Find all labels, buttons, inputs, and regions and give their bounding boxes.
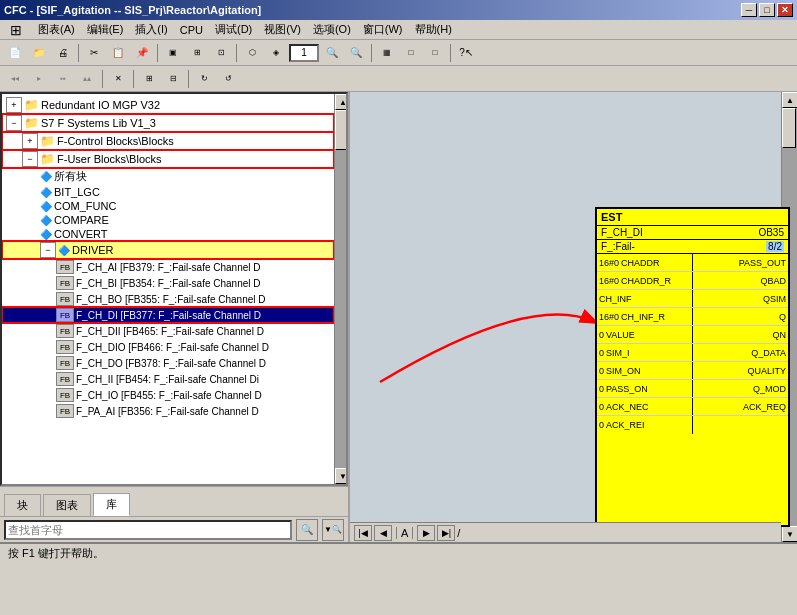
expand-icon-fcontrol[interactable]: + <box>22 133 38 149</box>
new-btn[interactable]: 📄 <box>4 42 26 64</box>
tab-blocks[interactable]: 块 <box>4 494 41 516</box>
nav-right-end[interactable]: ▶| <box>437 525 455 541</box>
tab-chart[interactable]: 图表 <box>43 494 91 516</box>
nav-left-end[interactable]: |◀ <box>354 525 372 541</box>
zoom-input[interactable]: 1 <box>289 44 319 62</box>
scroll-thumb[interactable] <box>335 110 348 150</box>
btn7[interactable]: ⊡ <box>210 42 232 64</box>
search-btn2[interactable]: ▼🔍 <box>322 519 344 541</box>
tree-item-fuser[interactable]: − 📁 F-User Blocks\Blocks <box>2 150 334 168</box>
menu-item-cpu[interactable]: CPU <box>174 22 209 38</box>
search-button[interactable]: 🔍 <box>296 519 318 541</box>
copy-btn[interactable]: 📋 <box>107 42 129 64</box>
tree-item-allblocks[interactable]: 🔷 所有块 <box>2 168 334 185</box>
t2-btn8[interactable]: ↻ <box>193 68 215 90</box>
tree-item-fchdii[interactable]: FB F_CH_DII [FB465: F_:Fail-safe Channel… <box>2 323 334 339</box>
scroll-down-btn[interactable]: ▼ <box>335 468 348 484</box>
tree-label-fpai: F_PA_AI [FB356: F_:Fail-safe Channel D <box>76 406 259 417</box>
pin-label-quality: QUALITY <box>747 366 786 376</box>
tree-item-fpai[interactable]: FB F_PA_AI [FB356: F_:Fail-safe Channel … <box>2 403 334 419</box>
tree-item-fchdio[interactable]: FB F_CH_DIO [FB466: F_:Fail-safe Channel… <box>2 339 334 355</box>
item-icon-driver: 🔷 <box>58 245 70 256</box>
btn10[interactable]: ▦ <box>376 42 398 64</box>
tree-item-driver[interactable]: − 🔷 DRIVER <box>2 241 334 259</box>
nav-left[interactable]: ◀ <box>374 525 392 541</box>
tree-item-fchii[interactable]: FB F_CH_II [FB454: F_:Fail-safe Channel … <box>2 371 334 387</box>
menu-item-window[interactable]: 窗口(W) <box>357 20 409 39</box>
expand-icon-driver[interactable]: − <box>40 242 56 258</box>
t2-btn4[interactable]: ▴▴ <box>76 68 98 90</box>
tab-library[interactable]: 库 <box>93 493 130 516</box>
btn8[interactable]: ⬡ <box>241 42 263 64</box>
tree-item-bitlgc[interactable]: 🔷 BIT_LGC <box>2 185 334 199</box>
menu-item-chart[interactable]: 图表(A) <box>32 20 81 39</box>
t2-btn6[interactable]: ⊞ <box>138 68 160 90</box>
menu-item-insert[interactable]: 插入(I) <box>129 20 173 39</box>
nav-right[interactable]: ▶ <box>417 525 435 541</box>
right-scroll-down[interactable]: ▼ <box>782 526 797 542</box>
tree-item-redundant-io[interactable]: + 📁 Redundant IO MGP V32 <box>2 96 334 114</box>
btn11[interactable]: □ <box>400 42 422 64</box>
t2-btn3[interactable]: ▪▪ <box>52 68 74 90</box>
pin-left-chinfr: 16#0 CH_INF_R <box>597 308 693 325</box>
cut-btn[interactable]: ✂ <box>83 42 105 64</box>
btn9[interactable]: ◈ <box>265 42 287 64</box>
zoom-out[interactable]: 🔍 <box>345 42 367 64</box>
tab-library-label: 库 <box>106 498 117 510</box>
btn12[interactable]: □ <box>424 42 446 64</box>
maximize-button[interactable]: □ <box>759 3 775 17</box>
btn5[interactable]: ▣ <box>162 42 184 64</box>
scroll-up-btn[interactable]: ▲ <box>335 94 348 110</box>
t2-btn1[interactable]: ◂◂ <box>4 68 26 90</box>
sep8 <box>188 70 189 88</box>
right-scroll-up[interactable]: ▲ <box>782 92 797 108</box>
tree-scrollbar[interactable]: ▲ ▼ <box>334 94 346 484</box>
t2-btn9[interactable]: ↺ <box>217 68 239 90</box>
pin-label-chinfr: CH_INF_R <box>621 312 665 322</box>
tree-item-fchdo[interactable]: FB F_CH_DO [FB378: F_:Fail-safe Channel … <box>2 355 334 371</box>
pin-left-chinf: CH_INF <box>597 290 693 307</box>
tree-label-compare: COMPARE <box>54 214 109 226</box>
t2-btn5[interactable]: ✕ <box>107 68 129 90</box>
sub-icon-fchdio: FB <box>56 340 74 354</box>
t2-btn7[interactable]: ⊟ <box>162 68 184 90</box>
tree-label-bitlgc: BIT_LGC <box>54 186 100 198</box>
expand-icon[interactable]: + <box>6 97 22 113</box>
tree-item-fcontrol[interactable]: + 📁 F-Control Blocks\Blocks <box>2 132 334 150</box>
pin-row-simi: 0 SIM_I Q_DATA <box>597 344 788 362</box>
menu-item-help[interactable]: 帮助(H) <box>409 20 458 39</box>
tree-item-comfunc[interactable]: 🔷 COM_FUNC <box>2 199 334 213</box>
tree-item-fchai[interactable]: FB F_CH_AI [FB379: F_:Fail-safe Channel … <box>2 259 334 275</box>
tree-item-convert[interactable]: 🔷 CONVERT <box>2 227 334 241</box>
sep4 <box>371 44 372 62</box>
t2-btn2[interactable]: ▸ <box>28 68 50 90</box>
tree-item-fchdi[interactable]: FB F_CH_DI [FB377: F_:Fail-safe Channel … <box>2 307 334 323</box>
search-input[interactable] <box>4 520 292 540</box>
close-button[interactable]: ✕ <box>777 3 793 17</box>
minimize-button[interactable]: ─ <box>741 3 757 17</box>
diagram-nav-bar: |◀ ◀ A ▶ ▶| / <box>350 522 781 542</box>
tree-item-compare[interactable]: 🔷 COMPARE <box>2 213 334 227</box>
tree-item-fchbo[interactable]: FB F_CH_BO [FB355: F_:Fail-safe Channel … <box>2 291 334 307</box>
sub-icon-fchbo: FB <box>56 292 74 306</box>
expand-icon-fuser[interactable]: − <box>22 151 38 167</box>
zoom-in[interactable]: 🔍 <box>321 42 343 64</box>
tree-label-driver: DRIVER <box>72 244 114 256</box>
pin-num-chaddr: 16#0 <box>599 258 619 268</box>
pin-row-ackrei: 0 ACK_REI <box>597 416 788 434</box>
tree-label-fchdo: F_CH_DO [FB378: F_:Fail-safe Channel D <box>76 358 266 369</box>
print-btn[interactable]: 🖨 <box>52 42 74 64</box>
menu-item-edit[interactable]: 编辑(E) <box>81 20 130 39</box>
open-btn[interactable]: 📁 <box>28 42 50 64</box>
btn6[interactable]: ⊞ <box>186 42 208 64</box>
menu-item-view[interactable]: 视图(V) <box>258 20 307 39</box>
expand-icon-s7f[interactable]: − <box>6 115 22 131</box>
menu-item-debug[interactable]: 调试(D) <box>209 20 258 39</box>
tree-item-s7f[interactable]: − 📁 S7 F Systems Lib V1_3 <box>2 114 334 132</box>
tree-item-fchio[interactable]: FB F_CH_IO [FB455: F_:Fail-safe Channel … <box>2 387 334 403</box>
paste-btn[interactable]: 📌 <box>131 42 153 64</box>
tree-item-fchbi[interactable]: FB F_CH_BI [FB354: F_:Fail-safe Channel … <box>2 275 334 291</box>
right-scroll-thumb[interactable] <box>782 108 796 148</box>
menu-item-options[interactable]: 选项(O) <box>307 20 357 39</box>
help-btn[interactable]: ?↖ <box>455 42 477 64</box>
